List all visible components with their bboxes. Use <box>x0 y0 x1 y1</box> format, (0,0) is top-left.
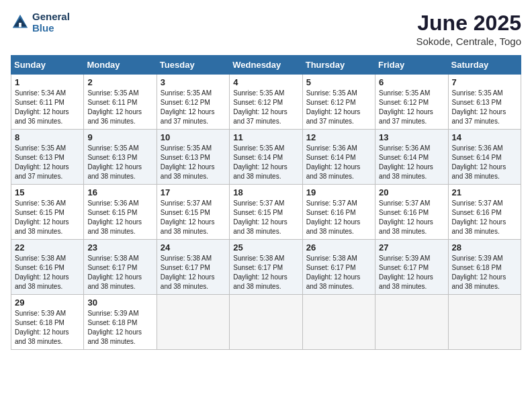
calendar-cell: 24Sunrise: 5:38 AMSunset: 6:17 PMDayligh… <box>157 240 229 295</box>
calendar-cell: 7Sunrise: 5:35 AMSunset: 6:13 PMDaylight… <box>448 75 521 130</box>
day-info: Sunrise: 5:35 AMSunset: 6:13 PMDaylight:… <box>452 89 517 126</box>
day-number: 11 <box>233 132 298 142</box>
calendar-cell: 13Sunrise: 5:36 AMSunset: 6:14 PMDayligh… <box>375 130 448 185</box>
day-info: Sunrise: 5:39 AMSunset: 6:18 PMDaylight:… <box>452 254 517 291</box>
day-header-monday: Monday <box>84 56 157 75</box>
day-info: Sunrise: 5:37 AMSunset: 6:15 PMDaylight:… <box>233 199 298 236</box>
calendar-cell <box>302 295 375 350</box>
day-info: Sunrise: 5:37 AMSunset: 6:16 PMDaylight:… <box>452 199 517 236</box>
day-number: 28 <box>452 242 517 253</box>
day-number: 3 <box>161 77 226 87</box>
day-number: 27 <box>379 242 444 253</box>
day-info: Sunrise: 5:38 AMSunset: 6:17 PMDaylight:… <box>306 254 371 291</box>
day-number: 1 <box>15 77 80 87</box>
logo-icon <box>11 13 30 32</box>
calendar-header-row: SundayMondayTuesdayWednesdayThursdayFrid… <box>11 56 521 75</box>
calendar-cell: 18Sunrise: 5:37 AMSunset: 6:15 PMDayligh… <box>230 185 302 240</box>
calendar-cell <box>375 295 448 350</box>
calendar-cell: 16Sunrise: 5:36 AMSunset: 6:15 PMDayligh… <box>84 185 157 240</box>
day-number: 18 <box>233 187 298 197</box>
calendar-week-row: 22Sunrise: 5:38 AMSunset: 6:16 PMDayligh… <box>11 240 521 295</box>
calendar-cell: 5Sunrise: 5:35 AMSunset: 6:12 PMDaylight… <box>302 75 375 130</box>
day-info: Sunrise: 5:35 AMSunset: 6:13 PMDaylight:… <box>161 144 226 181</box>
month-title: June 2025 <box>416 11 522 36</box>
calendar-cell <box>230 295 302 350</box>
calendar-cell: 9Sunrise: 5:35 AMSunset: 6:13 PMDaylight… <box>84 130 157 185</box>
day-number: 13 <box>379 132 444 142</box>
calendar-cell: 29Sunrise: 5:39 AMSunset: 6:18 PMDayligh… <box>11 295 84 350</box>
calendar-cell: 23Sunrise: 5:38 AMSunset: 6:17 PMDayligh… <box>84 240 157 295</box>
day-info: Sunrise: 5:39 AMSunset: 6:18 PMDaylight:… <box>87 309 152 347</box>
svg-rect-2 <box>19 23 21 28</box>
day-header-saturday: Saturday <box>448 56 521 75</box>
day-number: 30 <box>87 298 152 308</box>
calendar-cell: 4Sunrise: 5:35 AMSunset: 6:12 PMDaylight… <box>230 75 302 130</box>
calendar-cell: 26Sunrise: 5:38 AMSunset: 6:17 PMDayligh… <box>302 240 375 295</box>
day-number: 21 <box>452 187 517 197</box>
day-header-thursday: Thursday <box>302 56 375 75</box>
day-number: 26 <box>306 242 371 253</box>
day-number: 9 <box>87 132 152 142</box>
day-info: Sunrise: 5:35 AMSunset: 6:12 PMDaylight:… <box>161 89 226 126</box>
day-info: Sunrise: 5:35 AMSunset: 6:11 PMDaylight:… <box>87 89 152 126</box>
day-number: 24 <box>161 242 226 253</box>
day-info: Sunrise: 5:37 AMSunset: 6:16 PMDaylight:… <box>379 199 444 236</box>
day-info: Sunrise: 5:35 AMSunset: 6:13 PMDaylight:… <box>15 144 80 181</box>
calendar-cell: 6Sunrise: 5:35 AMSunset: 6:12 PMDaylight… <box>375 75 448 130</box>
logo: General Blue <box>11 11 70 34</box>
day-number: 12 <box>306 132 371 142</box>
calendar-week-row: 1Sunrise: 5:34 AMSunset: 6:11 PMDaylight… <box>11 75 521 130</box>
calendar-week-row: 8Sunrise: 5:35 AMSunset: 6:13 PMDaylight… <box>11 130 521 185</box>
day-number: 14 <box>452 132 517 142</box>
day-number: 2 <box>87 77 152 87</box>
page-header: General Blue June 2025 Sokode, Centrale,… <box>11 11 521 47</box>
day-info: Sunrise: 5:36 AMSunset: 6:15 PMDaylight:… <box>87 199 152 236</box>
day-info: Sunrise: 5:38 AMSunset: 6:17 PMDaylight:… <box>87 254 152 291</box>
logo-text-line2: Blue <box>32 22 70 34</box>
day-info: Sunrise: 5:38 AMSunset: 6:16 PMDaylight:… <box>15 254 80 291</box>
day-header-friday: Friday <box>375 56 448 75</box>
day-number: 15 <box>15 187 80 197</box>
day-info: Sunrise: 5:36 AMSunset: 6:15 PMDaylight:… <box>15 199 80 236</box>
day-info: Sunrise: 5:39 AMSunset: 6:18 PMDaylight:… <box>15 309 80 347</box>
day-number: 8 <box>15 132 80 142</box>
day-number: 25 <box>233 242 298 253</box>
day-info: Sunrise: 5:35 AMSunset: 6:14 PMDaylight:… <box>233 144 298 181</box>
calendar-cell: 25Sunrise: 5:38 AMSunset: 6:17 PMDayligh… <box>230 240 302 295</box>
day-info: Sunrise: 5:34 AMSunset: 6:11 PMDaylight:… <box>15 89 80 126</box>
calendar-week-row: 29Sunrise: 5:39 AMSunset: 6:18 PMDayligh… <box>11 295 521 350</box>
calendar-cell: 20Sunrise: 5:37 AMSunset: 6:16 PMDayligh… <box>375 185 448 240</box>
location-title: Sokode, Centrale, Togo <box>416 36 522 47</box>
day-info: Sunrise: 5:38 AMSunset: 6:17 PMDaylight:… <box>161 254 226 291</box>
day-info: Sunrise: 5:35 AMSunset: 6:12 PMDaylight:… <box>306 89 371 126</box>
calendar-cell <box>157 295 229 350</box>
day-info: Sunrise: 5:36 AMSunset: 6:14 PMDaylight:… <box>306 144 371 181</box>
logo-text-line1: General <box>32 11 70 22</box>
calendar-cell: 17Sunrise: 5:37 AMSunset: 6:15 PMDayligh… <box>157 185 229 240</box>
calendar-cell: 21Sunrise: 5:37 AMSunset: 6:16 PMDayligh… <box>448 185 521 240</box>
calendar-week-row: 15Sunrise: 5:36 AMSunset: 6:15 PMDayligh… <box>11 185 521 240</box>
calendar-cell: 14Sunrise: 5:36 AMSunset: 6:14 PMDayligh… <box>448 130 521 185</box>
day-number: 4 <box>233 77 298 87</box>
calendar-cell: 22Sunrise: 5:38 AMSunset: 6:16 PMDayligh… <box>11 240 84 295</box>
day-number: 10 <box>161 132 226 142</box>
day-number: 17 <box>161 187 226 197</box>
calendar-cell: 2Sunrise: 5:35 AMSunset: 6:11 PMDaylight… <box>84 75 157 130</box>
day-info: Sunrise: 5:37 AMSunset: 6:15 PMDaylight:… <box>161 199 226 236</box>
day-info: Sunrise: 5:36 AMSunset: 6:14 PMDaylight:… <box>379 144 444 181</box>
day-number: 19 <box>306 187 371 197</box>
calendar-cell <box>448 295 521 350</box>
day-number: 29 <box>15 298 80 308</box>
calendar-cell: 27Sunrise: 5:39 AMSunset: 6:17 PMDayligh… <box>375 240 448 295</box>
day-info: Sunrise: 5:36 AMSunset: 6:14 PMDaylight:… <box>452 144 517 181</box>
calendar-cell: 11Sunrise: 5:35 AMSunset: 6:14 PMDayligh… <box>230 130 302 185</box>
day-header-tuesday: Tuesday <box>157 56 229 75</box>
day-header-wednesday: Wednesday <box>230 56 302 75</box>
calendar-cell: 15Sunrise: 5:36 AMSunset: 6:15 PMDayligh… <box>11 185 84 240</box>
calendar-cell: 3Sunrise: 5:35 AMSunset: 6:12 PMDaylight… <box>157 75 229 130</box>
day-number: 5 <box>306 77 371 87</box>
day-number: 7 <box>452 77 517 87</box>
calendar-cell: 12Sunrise: 5:36 AMSunset: 6:14 PMDayligh… <box>302 130 375 185</box>
calendar-cell: 30Sunrise: 5:39 AMSunset: 6:18 PMDayligh… <box>84 295 157 350</box>
calendar-cell: 28Sunrise: 5:39 AMSunset: 6:18 PMDayligh… <box>448 240 521 295</box>
